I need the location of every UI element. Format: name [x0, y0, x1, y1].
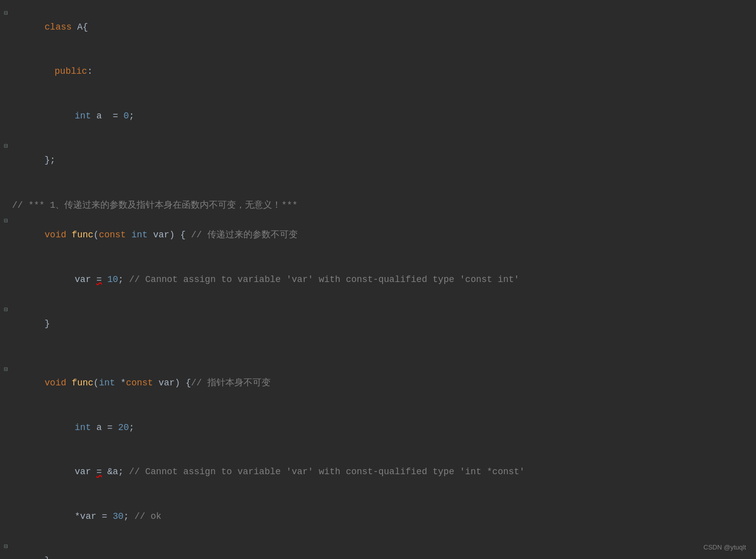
fold-icon-9[interactable]: ⊟ [4, 305, 12, 316]
fold-icon-1[interactable]: ⊟ [4, 9, 12, 19]
code-line-14: *var = 30; // ok [0, 494, 756, 538]
code-line-3: int a = 0; [0, 94, 756, 138]
code-line-7: ⊟ void func(const int var) { // 传递过来的参数不… [0, 213, 756, 257]
fold-icon-15[interactable]: ⊟ [4, 542, 12, 552]
code-line-11: ⊟ void func(int *const var) {// 指针本身不可变 [0, 361, 756, 405]
fold-icon-2 [4, 53, 12, 63]
fold-icon-11[interactable]: ⊟ [4, 365, 12, 375]
code-line-15: ⊟ } [0, 538, 756, 559]
code-line-8: var = 10; // Cannot assign to variable '… [0, 257, 756, 302]
code-line-9: ⊟ } [0, 302, 756, 346]
fold-icon-3 [4, 97, 12, 108]
code-line-1: ⊟ class A{ [0, 5, 756, 49]
code-line-6: // *** 1、传递过来的参数及指针本身在函数内不可变，无意义！*** [0, 198, 756, 213]
fold-icon-14 [4, 498, 12, 508]
fold-icon-13 [4, 453, 12, 464]
code-editor: ⊟ class A{ public: int a = 0; ⊟ }; // **… [0, 0, 756, 559]
fold-icon-6 [4, 201, 12, 212]
fold-icon-4[interactable]: ⊟ [4, 142, 12, 152]
fold-icon-12 [4, 409, 12, 420]
watermark: CSDN @ytuqlt [703, 542, 746, 553]
code-line-13: var = &a; // Cannot assign to variable '… [0, 450, 756, 494]
code-line-4: ⊟ }; [0, 138, 756, 182]
code-line-12: int a = 20; [0, 405, 756, 450]
code-line-2: public: [0, 49, 756, 93]
fold-icon-7[interactable]: ⊟ [4, 216, 12, 227]
code-line-empty-1 [0, 183, 756, 198]
fold-icon-8 [4, 261, 12, 271]
code-line-empty-2 [0, 346, 756, 361]
